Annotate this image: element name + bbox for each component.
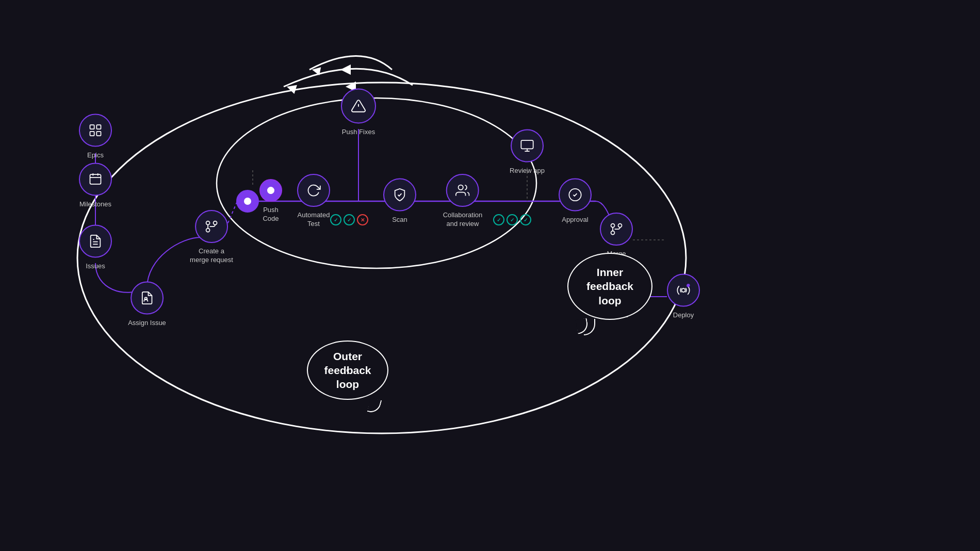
svg-point-14: [244, 198, 251, 205]
issues-node: Issues: [79, 225, 112, 271]
svg-rect-0: [90, 125, 94, 129]
review-app-node: Review app: [510, 129, 545, 175]
auto-test-node: AutomatedTest: [297, 174, 330, 229]
status-check-2: ✓: [344, 214, 355, 225]
svg-point-12: [206, 229, 209, 232]
deploy-icon: [667, 274, 700, 307]
svg-point-24: [611, 231, 615, 235]
approval-label: Approval: [562, 216, 588, 224]
svg-rect-1: [96, 125, 101, 129]
scan-label: Scan: [392, 216, 407, 224]
svg-rect-3: [96, 132, 101, 136]
milestones-icon: [79, 163, 112, 196]
scan-node: Scan: [383, 179, 416, 224]
collab-check-1: ✓: [493, 214, 504, 225]
collab-review-label: Collaborationand review: [443, 211, 483, 229]
push-code-node: PushCode: [259, 179, 282, 223]
assign-issue-icon: [130, 282, 164, 315]
svg-point-27: [687, 284, 690, 287]
inner-feedback-bubble: Innerfeedbackloop: [567, 253, 652, 320]
epics-node: Epics: [79, 114, 112, 160]
epics-label: Epics: [87, 151, 104, 160]
milestones-label: Milestones: [79, 200, 111, 209]
svg-point-13: [213, 221, 217, 225]
push-fixes-node: Push Fixes: [341, 89, 376, 137]
review-app-label: Review app: [510, 167, 545, 175]
status-x: ✕: [357, 214, 368, 225]
push-fixes-icon: [341, 89, 376, 124]
epics-icon: [79, 114, 112, 147]
collab-review-node: Collaborationand review: [443, 174, 483, 229]
auto-test-label: AutomatedTest: [298, 211, 330, 229]
push-fixes-label: Push Fixes: [342, 128, 375, 137]
svg-point-15: [267, 187, 274, 194]
push-left-icon: [236, 190, 259, 213]
svg-point-18: [459, 185, 463, 190]
issues-icon: [79, 225, 112, 258]
create-merge-label: Create amerge request: [190, 247, 233, 265]
milestones-node: Milestones: [79, 163, 112, 209]
outer-feedback-text: Outerfeedbackloop: [324, 349, 371, 392]
svg-point-11: [206, 221, 209, 225]
collab-check-3: ✓: [520, 214, 531, 225]
deploy-label: Deploy: [673, 311, 694, 320]
svg-rect-19: [521, 140, 533, 149]
svg-rect-2: [90, 132, 94, 136]
auto-test-icon: [297, 174, 330, 207]
inner-feedback-text: Innerfeedbackloop: [586, 265, 633, 307]
collab-status: ✓ ✓ ✓: [493, 214, 531, 225]
deploy-node: Deploy: [667, 274, 700, 320]
push-left-node: [236, 190, 259, 213]
push-code-label: PushCode: [263, 206, 279, 223]
create-merge-icon: [195, 210, 228, 243]
svg-point-25: [618, 224, 622, 228]
assign-issue-label: Assign Issue: [128, 319, 166, 328]
approval-node: Approval: [559, 179, 592, 224]
status-check-1: ✓: [330, 214, 341, 225]
auto-test-status: ✓ ✓ ✕: [330, 214, 368, 225]
approval-icon: [559, 179, 592, 212]
review-app-icon: [511, 129, 544, 163]
outer-feedback-bubble: Outerfeedbackloop: [307, 341, 388, 400]
svg-rect-4: [90, 174, 101, 184]
issues-label: Issues: [86, 262, 105, 271]
collab-check-2: ✓: [507, 214, 518, 225]
assign-issue-node: Assign Issue: [128, 282, 166, 328]
push-code-icon: [259, 179, 282, 202]
svg-point-26: [682, 288, 685, 292]
scan-icon: [383, 179, 416, 212]
collab-review-icon: [446, 174, 479, 207]
merge-accepted-icon: [600, 213, 633, 246]
create-merge-node: Create amerge request: [190, 210, 233, 265]
svg-point-23: [611, 224, 615, 228]
